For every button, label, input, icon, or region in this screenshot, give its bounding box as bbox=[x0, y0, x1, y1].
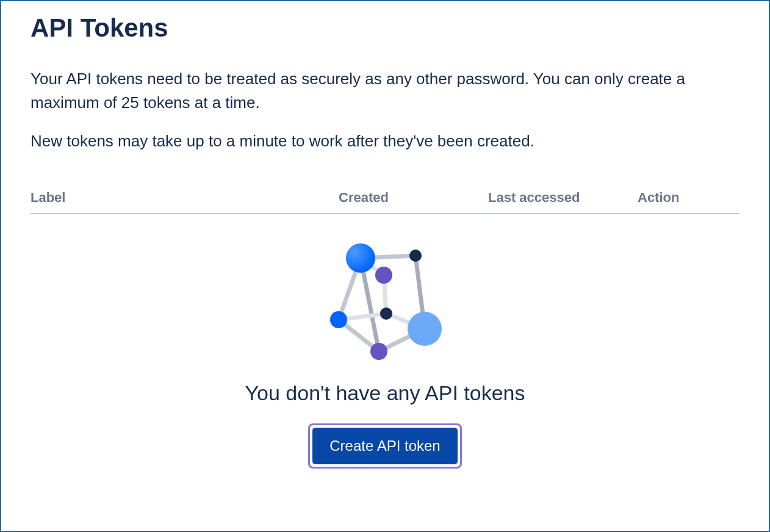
svg-point-12 bbox=[375, 267, 392, 284]
column-header-action: Action bbox=[638, 190, 739, 206]
button-focus-ring: Create API token bbox=[308, 423, 461, 469]
empty-state: You don't have any API tokens Create API… bbox=[31, 239, 739, 469]
svg-point-11 bbox=[409, 250, 422, 262]
svg-point-10 bbox=[346, 243, 375, 273]
svg-point-14 bbox=[380, 307, 392, 320]
create-api-token-button[interactable]: Create API token bbox=[312, 428, 457, 464]
column-header-label: Label bbox=[31, 190, 339, 206]
svg-point-16 bbox=[370, 343, 387, 360]
api-tokens-panel: API Tokens Your API tokens need to be tr… bbox=[0, 0, 770, 532]
svg-point-13 bbox=[330, 311, 347, 328]
column-header-last-accessed: Last accessed bbox=[488, 190, 638, 206]
description-paragraph-2: New tokens may take up to a minute to wo… bbox=[31, 129, 739, 153]
empty-state-title: You don't have any API tokens bbox=[245, 381, 525, 405]
description-paragraph-1: Your API tokens need to be treated as se… bbox=[31, 67, 739, 115]
page-title: API Tokens bbox=[31, 13, 739, 43]
svg-point-15 bbox=[408, 312, 442, 346]
network-graph-icon bbox=[318, 239, 452, 367]
column-header-created: Created bbox=[339, 190, 488, 206]
tokens-table-header: Label Created Last accessed Action bbox=[31, 190, 739, 214]
